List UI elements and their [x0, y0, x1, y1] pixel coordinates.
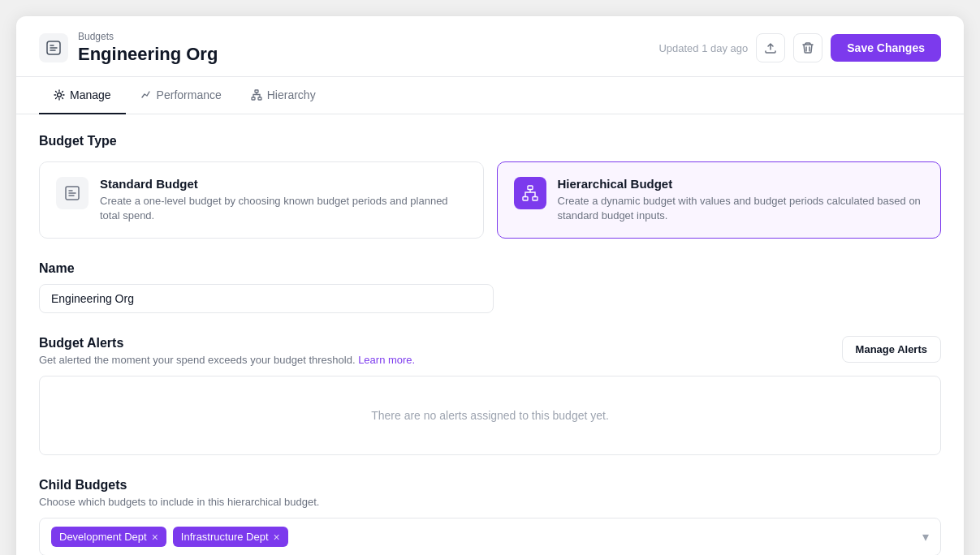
standard-budget-title: Standard Budget [100, 177, 467, 191]
budget-type-title: Budget Type [39, 134, 941, 148]
tab-manage[interactable]: Manage [39, 77, 126, 114]
header-left: Budgets Engineering Org [39, 31, 218, 65]
alerts-desc-text: Get alerted the moment your spend exceed… [39, 354, 358, 366]
budget-type-cards: Standard Budget Create a one-level budge… [39, 161, 941, 239]
alerts-learn-more-link[interactable]: Learn more. [358, 354, 415, 366]
tab-manage-label: Manage [70, 88, 111, 101]
updated-text: Updated 1 day ago [658, 42, 748, 54]
tab-hierarchy[interactable]: Hierarchy [236, 77, 330, 114]
child-tag-infrastructure-remove[interactable]: × [274, 531, 280, 543]
child-budgets-desc: Choose which budgets to include in this … [39, 496, 941, 508]
hierarchical-budget-icon [514, 177, 546, 209]
child-budgets-title: Child Budgets [39, 478, 941, 493]
alerts-empty-text: There are no alerts assigned to this bud… [371, 409, 609, 422]
tabs-bar: Manage Performance Hierarchy [16, 77, 964, 114]
alerts-desc: Get alerted the moment your spend exceed… [39, 354, 415, 366]
hierarchical-budget-card[interactable]: Hierarchical Budget Create a dynamic bud… [497, 161, 942, 239]
child-tag-development-label: Development Dept [59, 531, 147, 543]
tab-performance-label: Performance [157, 88, 222, 101]
header: Budgets Engineering Org Updated 1 day ag… [16, 16, 964, 77]
standard-budget-desc: Create a one-level budget by choosing kn… [100, 194, 467, 223]
alerts-title: Budget Alerts [39, 336, 415, 351]
tab-performance[interactable]: Performance [126, 77, 236, 114]
budget-alerts-section: Budget Alerts Get alerted the moment you… [39, 336, 941, 455]
svg-point-1 [58, 93, 62, 97]
save-changes-button[interactable]: Save Changes [831, 34, 941, 62]
svg-rect-3 [252, 97, 255, 100]
content-area: Budget Type Standard Budget Create a one… [16, 114, 964, 555]
page-title: Engineering Org [78, 44, 218, 65]
child-tag-development-remove[interactable]: × [152, 531, 158, 543]
upload-button[interactable] [756, 33, 785, 62]
standard-budget-card[interactable]: Standard Budget Create a one-level budge… [39, 161, 484, 239]
breadcrumb: Budgets [78, 31, 218, 42]
page-container: Budgets Engineering Org Updated 1 day ag… [16, 16, 964, 555]
tab-hierarchy-label: Hierarchy [267, 88, 316, 101]
hierarchical-budget-desc: Create a dynamic budget with values and … [558, 194, 925, 223]
header-right: Updated 1 day ago Save Changes [658, 33, 941, 62]
budget-logo-icon [39, 33, 68, 62]
child-budgets-section: Child Budgets Choose which budgets to in… [39, 478, 941, 555]
alerts-header: Budget Alerts Get alerted the moment you… [39, 336, 941, 366]
delete-button[interactable] [793, 33, 822, 62]
alerts-header-left: Budget Alerts Get alerted the moment you… [39, 336, 415, 366]
standard-budget-icon [56, 177, 89, 209]
child-tag-development[interactable]: Development Dept × [51, 527, 166, 547]
chevron-down-icon: ▾ [922, 529, 929, 544]
svg-rect-4 [258, 97, 261, 100]
manage-alerts-button[interactable]: Manage Alerts [842, 336, 941, 363]
child-tag-infrastructure-label: Infrastructure Dept [181, 531, 269, 543]
manage-icon [54, 89, 65, 101]
hierarchy-icon [251, 89, 262, 101]
budget-type-section: Budget Type Standard Budget Create a one… [39, 134, 941, 239]
name-label: Name [39, 261, 941, 276]
child-budgets-tags-row[interactable]: Development Dept × Infrastructure Dept ×… [39, 518, 941, 555]
alerts-empty-box: There are no alerts assigned to this bud… [39, 376, 941, 455]
name-section: Name [39, 261, 941, 313]
hierarchical-budget-title: Hierarchical Budget [558, 177, 925, 191]
hierarchical-budget-content: Hierarchical Budget Create a dynamic bud… [558, 177, 925, 223]
performance-icon [140, 89, 152, 101]
name-input[interactable] [39, 284, 494, 313]
child-tag-infrastructure[interactable]: Infrastructure Dept × [173, 527, 288, 547]
title-group: Budgets Engineering Org [78, 31, 218, 65]
standard-budget-content: Standard Budget Create a one-level budge… [100, 177, 467, 223]
